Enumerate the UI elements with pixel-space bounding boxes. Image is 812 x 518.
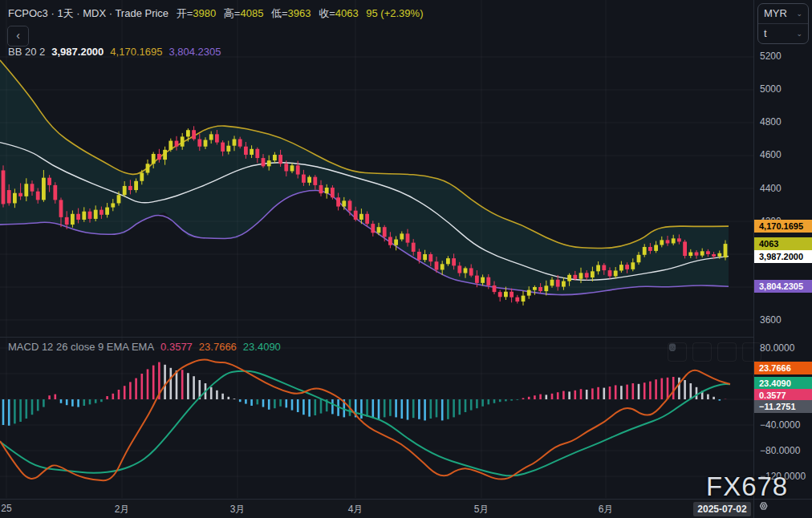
axis-tick-label: −80.0000 — [760, 445, 800, 456]
candle-body — [76, 214, 80, 220]
candle-body — [538, 287, 542, 291]
candle-body — [683, 241, 687, 256]
bb-fill-area — [0, 60, 729, 295]
candle-body — [591, 271, 595, 277]
maximize-icon — [668, 342, 677, 352]
candle-body — [457, 265, 461, 273]
high-label: 高= — [224, 7, 241, 19]
unit-value: t — [764, 24, 767, 43]
candle-body — [354, 211, 358, 220]
candle-body — [146, 164, 150, 172]
time-tick-label: 25 — [1, 503, 11, 514]
macd-indicator-row[interactable]: MACD 12 26 close 9 EMA EMA0.357723.76662… — [8, 341, 281, 353]
candle-body — [209, 134, 213, 140]
macd-pane-toolbar — [668, 342, 761, 362]
candle-body — [371, 224, 375, 233]
open-value: 3980 — [193, 7, 216, 19]
axis-tick-label: 5000 — [760, 83, 782, 95]
candle-body — [226, 146, 230, 152]
candle-body — [88, 212, 92, 219]
time-tick-label: 2月 — [115, 503, 130, 516]
bb-indicator-row[interactable]: BB 20 23,987.20004,170.16953,804.2305 — [8, 46, 221, 58]
candle-body — [123, 186, 127, 195]
chart-canvas[interactable] — [0, 0, 753, 499]
candle-body — [181, 136, 185, 146]
back-button[interactable]: ‹ — [7, 26, 29, 47]
candle-body — [71, 214, 75, 225]
candle-body — [406, 233, 410, 242]
candle-body — [284, 164, 288, 171]
candle-body — [660, 240, 664, 245]
currency-value: MYR — [764, 4, 787, 23]
candle-body — [441, 264, 445, 269]
currency-dropdown[interactable]: MYR ⌄ — [758, 4, 808, 23]
maximize-pane-button[interactable] — [742, 342, 761, 362]
candle-body — [336, 197, 340, 206]
currency-selector: MYR ⌄ t ⌄ — [757, 3, 809, 44]
candle-body — [197, 140, 201, 147]
candle-body — [331, 188, 335, 197]
candle-body — [717, 253, 721, 257]
candle-body — [24, 184, 28, 196]
candle-body — [556, 280, 560, 287]
axis-tick-label: 3600 — [760, 314, 782, 326]
bb-upper-value: 4,170.1695 — [110, 46, 162, 58]
candle-body — [469, 268, 473, 275]
candle-body — [527, 290, 531, 296]
unit-dropdown[interactable]: t ⌄ — [758, 23, 808, 43]
candle-body — [688, 253, 692, 257]
candle-body — [47, 178, 51, 185]
axis-value-chip: 23.7666 — [754, 362, 812, 374]
candle-body — [602, 265, 606, 271]
price-axis[interactable]: 520050004800460044004200360080.0000−40.0… — [753, 0, 812, 499]
candle-body — [313, 177, 317, 185]
candle-body — [99, 210, 104, 215]
candle-body — [152, 154, 156, 164]
candle-body — [435, 261, 439, 269]
candle-body — [244, 147, 248, 155]
candle-body — [65, 217, 69, 225]
candle-body — [255, 149, 259, 158]
candle-body — [105, 208, 109, 215]
candle-body — [233, 140, 237, 146]
axis-value-chip: 3,987.2000 — [754, 250, 812, 263]
candle-body — [666, 240, 670, 243]
candle-body — [359, 214, 363, 220]
axis-value-chip: 4,170.1695 — [754, 220, 812, 233]
close-pane-button[interactable] — [717, 342, 737, 362]
candle-body — [82, 212, 86, 220]
trading-chart-window: FCPOc3 · 1天 · MDX · Trade Price 开=3980 高… — [0, 0, 812, 518]
axis-tick-label: 4400 — [760, 183, 782, 194]
candle-body — [654, 245, 658, 251]
delete-pane-button[interactable] — [692, 342, 712, 362]
candle-body — [7, 190, 11, 203]
candle-body — [585, 273, 589, 277]
candle-body — [724, 244, 728, 257]
candle-body — [423, 254, 427, 260]
candle-body — [567, 275, 571, 281]
candle-body — [643, 247, 647, 255]
candle-body — [481, 277, 485, 283]
candle-body — [13, 193, 17, 204]
candle-body — [168, 141, 173, 150]
candle-body — [163, 150, 167, 160]
candle-body — [388, 237, 392, 245]
last-date-label: 2025-07-02 — [693, 502, 751, 516]
candle-body — [695, 253, 699, 256]
axis-tick-label: 80.0000 — [760, 342, 794, 354]
candle-body — [596, 265, 600, 272]
candle-body — [18, 193, 22, 196]
open-label: 开= — [177, 7, 193, 19]
chevron-down-icon: ⌄ — [796, 24, 802, 43]
back-chevron-icon: ‹ — [16, 29, 20, 42]
axis-tick-label: 4600 — [760, 149, 782, 160]
time-axis[interactable]: 2025-07-02 252月3月4月5月6月 — [0, 499, 753, 518]
candle-body — [377, 227, 381, 233]
candle-body — [94, 210, 98, 219]
symbol-header[interactable]: FCPOc3 · 1天 · MDX · Trade Price 开=3980 高… — [8, 6, 423, 21]
macd-label: MACD 12 26 close 9 EMA EMA — [8, 341, 154, 353]
candle-body — [515, 297, 519, 301]
candle-body — [700, 251, 704, 255]
candle-body — [498, 292, 502, 297]
close-label: 收= — [319, 7, 335, 19]
